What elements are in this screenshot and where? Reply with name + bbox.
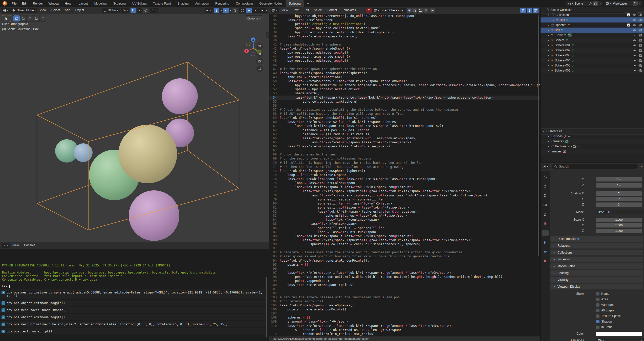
render-visibility-icon[interactable]: [638, 59, 642, 62]
blend-file-outliner[interactable]: ▾▾Search▾ ▾Current File▸Brushes77▸Camera…: [540, 128, 644, 163]
code-line-69[interactable]: 69# on the second loop check if collisio…: [269, 156, 540, 161]
tool-select-box-mode-0[interactable]: [13, 15, 20, 21]
sidebar-collapse-handle[interactable]: ❮: [266, 32, 269, 38]
tab-view-layer[interactable]: [542, 202, 548, 208]
tool-select-box-mode-2[interactable]: [27, 15, 33, 21]
expand-icon[interactable]: ▸: [547, 145, 550, 148]
workspace-tab-shading[interactable]: Shading: [174, 0, 192, 7]
console-log-entry[interactable]: ✔bpy.ops.mesh.primitive_cube_add(size=2,…: [0, 321, 265, 327]
editor-type-button[interactable]: >_▾: [2, 243, 10, 248]
expand-icon[interactable]: ▸: [547, 29, 550, 31]
render-visibility-icon[interactable]: [638, 43, 642, 47]
code-line-74[interactable]: 74 lass="tok-k">while</span> loop lass="…: [269, 177, 540, 181]
outliner-item-label[interactable]: Box: [559, 18, 566, 22]
code-line-53[interactable]: 53 shadeSmooth(): [269, 91, 540, 95]
editor-type-button[interactable]: ▾: [2, 8, 10, 13]
blendfile-row-current-file[interactable]: ▾Current File: [541, 129, 644, 134]
properties-context-dropdown[interactable]: ▣▾: [542, 164, 549, 169]
outliner-row-scene collection[interactable]: Scene Collection: [541, 7, 644, 12]
workspace-tab-scripting[interactable]: Scripting: [286, 0, 304, 7]
section-visibility[interactable]: ▸Visibility: [550, 277, 643, 283]
editor-type-button[interactable]: ▾: [271, 8, 279, 13]
render-visibility-icon[interactable]: [638, 69, 642, 72]
code-line-88[interactable]: 88 lass="tok-k">for</span> i lass="tok-k…: [269, 234, 540, 238]
tool-tweak-button[interactable]: [2, 15, 11, 22]
value-field[interactable]: 0 m: [596, 177, 642, 181]
outliner-item-label[interactable]: spheres: [555, 23, 567, 27]
value-field[interactable]: 0 m: [596, 183, 642, 188]
options-button[interactable]: Options▾: [245, 15, 263, 21]
code-line-110[interactable]: 110 lass="tok-k">for</span> i lass="tok-…: [269, 324, 540, 328]
report-check-icon[interactable]: ✔: [2, 315, 5, 319]
lint-ok-icon[interactable]: [407, 8, 412, 13]
checkbox-all-edges[interactable]: [596, 309, 599, 312]
collection-checkbox[interactable]: [627, 13, 630, 17]
code-line-54[interactable]: 54 lass="tok-k">if</span> (sphe_col lass…: [269, 96, 540, 100]
render-visibility-icon[interactable]: [638, 64, 642, 67]
word-wrap-toggle[interactable]: [527, 8, 532, 13]
tab-scene[interactable]: [542, 212, 548, 217]
blendfile-item-label[interactable]: Collections: [551, 145, 567, 148]
workspace-tab-modeling[interactable]: Modeling: [91, 0, 110, 7]
menu-window[interactable]: Window: [46, 0, 62, 7]
expand-icon[interactable]: ▸: [547, 140, 550, 143]
code-line-85[interactable]: 85 lass="tok-k">else</span>:: [269, 222, 540, 226]
viewport-menu-add[interactable]: Add: [62, 7, 72, 14]
gizmo-y-neg-axis[interactable]: [246, 42, 250, 46]
code-line-61[interactable]: 61 lass="tok-k">if</span> (s1 lass="tok-…: [269, 124, 540, 128]
shading-solid-button[interactable]: ●: [246, 8, 252, 13]
code-line-44[interactable]: 44 bpy.ops.mesh.faces_shade_smooth(): [269, 55, 540, 59]
code-line-46[interactable]: 46: [269, 63, 540, 67]
python-console[interactable]: >_▾ViewConsole PYTHON INTERACTIVE CONSOL…: [0, 242, 269, 341]
section-instancing[interactable]: ▸Instancing: [550, 257, 643, 262]
viewport-menu-view[interactable]: View: [37, 7, 49, 14]
snap-settings-dropdown[interactable]: ▾: [138, 8, 141, 13]
editor-scrollbar[interactable]: [538, 15, 539, 256]
outliner-row-camera[interactable]: ▸Camera: [541, 33, 644, 38]
value-field[interactable]: 0°: [596, 202, 642, 207]
code-line-62[interactable]: 62 distance = (s1.pos - s2.pos).length: [269, 128, 540, 132]
code-line-103[interactable]: 103# returns the sphere classes with the…: [269, 295, 540, 299]
code-line-76[interactable]: 76 lass="tok-k">for</span> i lass="tok-k…: [269, 185, 540, 189]
code-line-93[interactable]: 93# also gives as end point of how many …: [269, 254, 540, 258]
outliner-item-label[interactable]: Sphere.002: [554, 49, 571, 52]
outliner[interactable]: ▾▾Search▾ Scene Collection▾Collection▸▼B…: [540, 7, 644, 128]
code-line-75[interactable]: 75 loop = lass="tok-n">False</span>: [269, 181, 540, 185]
viewport-menu-object[interactable]: Object: [73, 7, 87, 14]
code-line-94[interactable]: 94lass="tok-d">def</span> generateRandom…: [269, 259, 540, 263]
copy-scene-button[interactable]: [593, 1, 598, 6]
proportional-editing-toggle[interactable]: [143, 8, 148, 13]
eye-icon[interactable]: [633, 18, 636, 22]
eye-icon[interactable]: [633, 54, 636, 57]
code-line-37[interactable]: 37 sphe_col = bpy.data.collections.new(c…: [269, 26, 540, 30]
render-visibility-icon[interactable]: [638, 54, 642, 57]
code-line-47[interactable]: 47# in the end we spawn the spheres to t…: [269, 67, 540, 71]
code-line-36[interactable]: 36 print(f" creating a new collection:"): [269, 22, 540, 26]
code-line-35[interactable]: 35 lass="tok-k">else</span>:: [269, 18, 540, 22]
workspace-tab-rendering[interactable]: Rendering: [212, 0, 232, 7]
text-menu-select[interactable]: Select: [312, 7, 325, 14]
console-log-entry[interactable]: ✔bpy.ops.text.run_script(): [0, 328, 265, 334]
section-shading[interactable]: ▸Shading: [550, 270, 643, 276]
expand-icon[interactable]: ▸: [547, 64, 550, 67]
console-log-entry[interactable]: ✔bpy.ops.object.editmode_toggle(): [0, 314, 265, 320]
report-check-icon[interactable]: ✔: [2, 330, 5, 333]
checkbox-wireframe[interactable]: [596, 303, 599, 307]
blendfile-row-cameras[interactable]: ▸Cameras: [541, 139, 644, 144]
code-line-81[interactable]: 81 spheres[i].collision = lass="tok-n">F…: [269, 206, 540, 210]
blendfile-row-collections[interactable]: ▸Collections▼82: [541, 144, 644, 149]
outliner-row-sphere[interactable]: ▸▼Sphere▽: [541, 38, 644, 43]
render-visibility-icon[interactable]: [638, 23, 642, 27]
code-line-112[interactable]: 112 random.uniform(min_radius, max_radiu…: [269, 332, 540, 336]
outliner-row-box[interactable]: ▸▼Box▽: [541, 17, 644, 22]
shading-material-button[interactable]: ◐: [252, 8, 259, 13]
outliner-row-sphere-001[interactable]: ▸▼Sphere.001▽: [541, 43, 644, 48]
blendfile-row-images[interactable]: ▸Images: [541, 149, 644, 154]
blender-logo-icon[interactable]: [3, 1, 7, 6]
code-line-66[interactable]: 66 lass="tok-k">return</span> (lass="tok…: [269, 144, 540, 148]
code-line-77[interactable]: 77 lass="tok-k">if</span> (spheres[i].gr…: [269, 189, 540, 193]
outliner-item-label[interactable]: Sphere.001: [554, 43, 571, 47]
blendfile-item-label[interactable]: Brushes: [551, 134, 563, 138]
gizmos-toggle[interactable]: [214, 8, 219, 13]
syntax-highlight-toggle[interactable]: [533, 8, 539, 13]
